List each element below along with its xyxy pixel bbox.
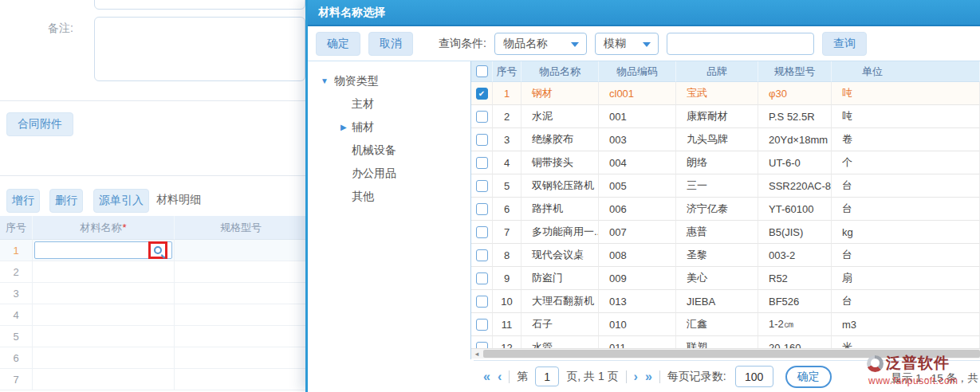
source-import-button[interactable]: 源单引入 [93,189,149,213]
row-checkbox[interactable] [476,180,488,192]
cell-spec: 20Yd×18mm [758,128,832,151]
row-checkbox[interactable] [476,111,488,123]
table-row[interactable]: 3 绝缘胶布 003 九头鸟牌 20Yd×18mm 卷 [471,128,980,151]
table-row[interactable]: 10 大理石翻新机 013 JIEBA BF526 台 [471,290,980,313]
chevron-down-icon [643,42,651,47]
divider [509,370,510,383]
spec-cell[interactable] [175,261,308,283]
cell-unit: 台 [832,244,980,267]
dialog-toolbar: 确定 取消 查询条件: 物品名称 模糊 查询 [308,26,980,61]
cell-name: 水泥 [521,105,599,128]
cell-unit: 扇 [832,267,980,290]
cell-brand: 朗络 [676,151,758,174]
material-name-cell[interactable] [33,283,175,304]
row-checkbox[interactable] [476,203,488,215]
material-name-cell[interactable] [33,369,175,390]
cell-unit: 台 [832,198,980,221]
spec-cell[interactable] [175,369,308,390]
header-name: 物品名称 [521,61,599,82]
search-icon[interactable] [154,246,162,254]
spec-cell[interactable] [175,283,308,304]
cell-brand: 宝武 [676,82,758,105]
cell-brand: 惠普 [676,221,758,244]
tree-node-main-material[interactable]: 主材 [308,92,470,116]
prev-page-icon[interactable]: ‹ [498,370,502,384]
row-checkbox[interactable] [476,319,488,331]
tree-node-machinery[interactable]: 机械设备 [308,139,470,162]
field-select-value: 物品名称 [503,37,548,51]
dialog-titlebar[interactable]: 材料名称选择 [308,0,980,26]
field-select[interactable]: 物品名称 [494,33,587,55]
tree-node-office-supplies[interactable]: 办公用品 [308,162,470,185]
table-row[interactable]: 6 路拌机 006 济宁亿泰 YT-60100 台 [471,198,980,221]
tree-node-label: 主材 [352,97,374,110]
spec-cell[interactable] [175,304,308,326]
scroll-left-icon[interactable]: ◂ [471,349,482,359]
delete-row-button[interactable]: 删行 [49,189,83,213]
table-row[interactable]: 8 现代会议桌 008 圣黎 003-2 台 [471,244,980,267]
spec-cell[interactable] [175,347,308,369]
material-name-cell[interactable] [33,240,175,261]
tree-node-label: 办公用品 [352,167,396,179]
caret-right-icon[interactable]: ▶ [340,116,347,139]
cell-name: 现代会议桌 [521,244,599,267]
header-spec: 规格型号 [175,216,308,240]
tree-node-label: 物资类型 [334,74,379,87]
row-checkbox[interactable] [476,134,488,146]
ok-button[interactable]: 确定 [316,32,360,56]
cell-name: 多功能商用一... [521,221,599,244]
material-name-cell[interactable] [33,304,175,326]
horizontal-scrollbar[interactable]: ◂ [471,348,980,359]
scrollbar-thumb[interactable] [483,350,980,358]
per-page-input[interactable] [735,366,773,387]
row-checkbox[interactable] [476,272,488,284]
row-checkbox[interactable] [476,157,488,169]
row-checkbox[interactable] [476,342,488,349]
row-checkbox[interactable]: ✔ [476,88,488,100]
cell-code: 009 [599,267,676,290]
table-row[interactable]: 5 双钢轮压路机 005 三一 SSR220AC-8 台 [471,174,980,198]
spec-cell[interactable] [175,326,308,347]
select-all-checkbox[interactable] [476,65,488,77]
cell-spec: BF526 [758,290,832,313]
row-checkbox[interactable] [476,296,488,308]
table-row[interactable]: 9 防盗门 009 美心 R52 扇 [471,267,980,290]
cell-code: 003 [599,128,676,151]
annotation-highlight-box [148,241,167,259]
remark-textarea[interactable] [94,17,305,81]
header-select-all[interactable] [471,61,493,82]
page-number-input[interactable] [535,367,559,386]
row-checkbox[interactable] [476,249,488,261]
match-mode-select[interactable]: 模糊 [595,33,659,55]
tree-node-root[interactable]: ▼ 物资类型 [308,69,470,92]
table-row[interactable]: ✔ 1 钢材 cl001 宝武 φ30 吨 [471,82,980,105]
query-button[interactable]: 查询 [822,32,867,56]
per-page-confirm-button[interactable]: 确定 [785,366,832,388]
caret-down-icon[interactable]: ▼ [321,69,329,92]
cell-unit: 米 [832,336,980,348]
last-page-icon[interactable]: » [645,370,652,384]
cell-name: 铜带接头 [521,151,599,174]
material-name-cell[interactable] [33,261,175,283]
first-page-icon[interactable]: « [483,370,490,384]
divider [659,370,660,383]
row-checkbox[interactable] [476,226,488,238]
contract-attachment-button[interactable]: 合同附件 [6,112,73,136]
next-page-icon[interactable]: › [634,370,638,384]
pagination-bar: « ‹ 第 页, 共 1 页 › » 每页记录数: 确定 显示 1 - 15 条… [474,360,980,392]
tree-node-auxiliary-material[interactable]: ▶ 辅材 [308,116,470,139]
search-input[interactable] [667,33,814,55]
material-name-cell[interactable] [33,347,175,369]
table-row[interactable]: 11 石子 010 汇鑫 1-2㎝ m3 [471,313,980,336]
table-row[interactable]: 4 铜带接头 004 朗络 UT-6-0 个 [471,151,980,174]
table-row[interactable]: 12 水管 011 联塑 20-160 米 [471,336,980,348]
items-table-body: ✔ 1 钢材 cl001 宝武 φ30 吨 2 水泥 001 康辉耐材 P.S … [471,82,980,348]
add-row-button[interactable]: 增行 [6,189,40,213]
material-name-cell[interactable] [33,326,175,347]
truncated-input-field[interactable] [94,0,305,10]
table-row[interactable]: 7 多功能商用一... 007 惠普 B5(JIS) kg [471,221,980,244]
spec-cell[interactable] [175,240,308,261]
cancel-button[interactable]: 取消 [368,32,413,56]
table-row[interactable]: 2 水泥 001 康辉耐材 P.S 52.5R 吨 [471,105,980,128]
tree-node-other[interactable]: 其他 [308,185,470,208]
